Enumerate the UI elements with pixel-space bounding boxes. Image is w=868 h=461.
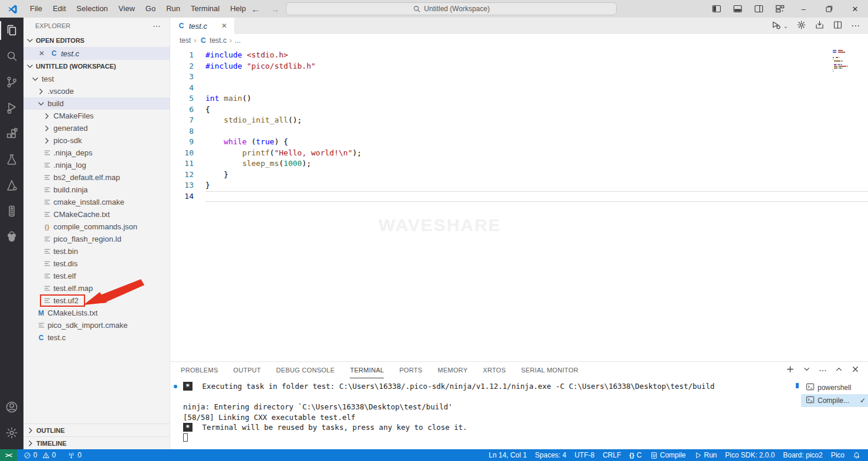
remote-indicator[interactable]: ><	[0, 449, 17, 461]
tree-item-test-uf2[interactable]: test.uf2	[23, 294, 170, 307]
close-window-button[interactable]: ✕	[842, 0, 868, 18]
command-center-search[interactable]: Untitled (Workspace)	[286, 2, 617, 15]
testing-icon[interactable]	[0, 147, 23, 172]
chevron-down-icon[interactable]: ⌄	[783, 23, 788, 29]
menu-help[interactable]: Help	[225, 0, 251, 18]
close-panel-icon[interactable]	[851, 365, 860, 376]
search-icon[interactable]	[0, 43, 23, 69]
forwarded-ports-status[interactable]: 0	[63, 449, 86, 461]
gear-icon[interactable]	[796, 20, 806, 32]
tree-item-test-c[interactable]: Ctest.c	[23, 331, 170, 344]
forward-arrow-icon[interactable]: →	[271, 4, 279, 14]
code-line-8[interactable]	[205, 126, 868, 137]
panel-tab-serial-monitor[interactable]: SERIAL MONITOR	[521, 362, 579, 378]
menu-selection[interactable]: Selection	[71, 0, 113, 18]
tree-item-compile-commands-json[interactable]: {}compile_commands.json	[23, 221, 170, 233]
cmake-icon[interactable]	[0, 172, 23, 198]
explorer-more-actions-icon[interactable]: ⋯	[153, 21, 161, 30]
breadcrumb-item-test[interactable]: test	[180, 36, 191, 45]
code-line-13[interactable]: }	[205, 180, 868, 191]
status-item-cursor-position[interactable]: Ln 14, Col 1	[485, 451, 531, 459]
source-control-icon[interactable]	[0, 69, 23, 95]
menu-view[interactable]: View	[113, 0, 140, 18]
run-and-debug-icon[interactable]	[0, 95, 23, 121]
code-line-9[interactable]: while (true) {	[205, 137, 868, 148]
menu-terminal[interactable]: Terminal	[185, 0, 225, 18]
menu-run[interactable]: Run	[161, 0, 185, 18]
breadcrumb-item-test-c[interactable]: Ctest.c	[199, 36, 227, 45]
problems-status[interactable]: 0 0	[19, 449, 60, 461]
status-item-pico[interactable]: Pico	[827, 451, 849, 459]
status-item-run[interactable]: Run	[690, 451, 721, 459]
panel-tab-terminal[interactable]: TERMINAL	[350, 362, 384, 378]
tree-item-cmake-install-cmake[interactable]: cmake_install.cmake	[23, 196, 170, 208]
code-line-4[interactable]	[205, 83, 868, 94]
code-line-7[interactable]: stdio_init_all();	[205, 115, 868, 126]
code-line-3[interactable]	[205, 72, 868, 83]
tree-item-ninja-deps[interactable]: .ninja_deps	[23, 147, 170, 159]
restore-button[interactable]	[816, 0, 842, 18]
tree-item-test-elf[interactable]: test.elf	[23, 270, 170, 282]
terminal-output[interactable]: * Executing task in folder test: C:\User…	[170, 378, 794, 449]
code-line-14[interactable]	[205, 191, 868, 202]
back-arrow-icon[interactable]: ←	[251, 4, 260, 14]
tree-item-pico-sdk[interactable]: pico-sdk	[23, 134, 170, 147]
accounts-icon[interactable]	[0, 394, 23, 420]
status-item-encoding[interactable]: UTF-8	[570, 451, 599, 459]
status-item-indentation[interactable]: Spaces: 4	[531, 451, 570, 459]
tree-item-generated[interactable]: generated	[23, 122, 170, 134]
tree-item-cmakelists-txt[interactable]: MCMakeLists.txt	[23, 307, 170, 319]
code-line-1[interactable]: #include <stdio.h>	[205, 50, 868, 61]
terminal-dropdown-icon[interactable]	[802, 365, 811, 376]
new-terminal-icon[interactable]	[786, 365, 795, 376]
tree-item-test-bin[interactable]: test.bin	[23, 245, 170, 257]
tree-item-test[interactable]: test	[23, 73, 170, 85]
command-decoration-dot[interactable]	[174, 385, 177, 388]
flash-device-icon[interactable]	[815, 20, 825, 32]
tree-item-test-dis[interactable]: test.dis	[23, 257, 170, 270]
tree-item-pico-flash-region-ld[interactable]: pico_flash_region.ld	[23, 233, 170, 245]
panel-tab-problems[interactable]: PROBLEMS	[181, 362, 218, 378]
menu-file[interactable]: File	[25, 0, 48, 18]
code-line-5[interactable]: int main()	[205, 93, 868, 104]
status-item-language-mode[interactable]: {}C	[625, 451, 646, 459]
tree-item-build-ninja[interactable]: build.ninja	[23, 184, 170, 196]
panel-tab-debug-console[interactable]: DEBUG CONSOLE	[276, 362, 335, 378]
terminal-scrollbar[interactable]	[794, 378, 801, 449]
split-editor-icon[interactable]	[833, 20, 843, 32]
panel-tab-memory[interactable]: MEMORY	[438, 362, 468, 378]
code-line-6[interactable]: {	[205, 104, 868, 116]
tree-item-vscode[interactable]: .vscode	[23, 85, 170, 97]
toggle-sidebar-icon[interactable]	[706, 0, 727, 18]
panel-tab-xrtos[interactable]: XRTOS	[483, 362, 506, 378]
panel-tab-ports[interactable]: PORTS	[399, 362, 422, 378]
extensions-icon[interactable]	[0, 121, 23, 147]
menu-edit[interactable]: Edit	[48, 0, 71, 18]
code-line-2[interactable]: #include "pico/stdlib.h"	[205, 61, 868, 72]
raspberry-pi-icon[interactable]	[0, 224, 23, 250]
code-line-12[interactable]: }	[205, 170, 868, 181]
minimap[interactable]	[833, 50, 860, 74]
close-tab-icon[interactable]: ✕	[221, 22, 227, 30]
status-item-compile[interactable]: Compile	[646, 451, 690, 459]
status-item-pico-sdk[interactable]: Pico SDK: 2.0.0	[721, 451, 779, 459]
menu-go[interactable]: Go	[140, 0, 161, 18]
tree-item-cmakefiles[interactable]: CMakeFiles	[23, 110, 170, 122]
workspace-section-header[interactable]: UNTITLED (WORKSPACE)	[23, 60, 170, 73]
explorer-icon[interactable]	[0, 18, 23, 43]
code-line-11[interactable]: sleep_ms(1000);	[205, 158, 868, 170]
tree-item-bs2-default-elf-map[interactable]: bs2_default.elf.map	[23, 171, 170, 184]
close-editor-icon[interactable]: ✕	[39, 49, 47, 57]
pico-board-icon[interactable]	[0, 198, 23, 224]
customize-layout-icon[interactable]	[769, 0, 791, 18]
tab-test-c[interactable]: C test.c ✕	[170, 18, 234, 34]
tree-item-pico-sdk-import-cmake[interactable]: pico_sdk_import.cmake	[23, 319, 170, 331]
run-debug-dropdown-icon[interactable]	[771, 20, 781, 32]
open-editors-header[interactable]: OPEN EDITORS	[23, 34, 170, 47]
status-item-board[interactable]: Board: pico2	[779, 451, 826, 459]
timeline-section-header[interactable]: TIMELINE	[23, 436, 170, 449]
panel-tab-output[interactable]: OUTPUT	[234, 362, 261, 378]
terminal-instance-compile[interactable]: Compile...✓	[801, 394, 868, 407]
outline-section-header[interactable]: OUTLINE	[23, 423, 170, 436]
settings-icon[interactable]	[0, 420, 23, 446]
